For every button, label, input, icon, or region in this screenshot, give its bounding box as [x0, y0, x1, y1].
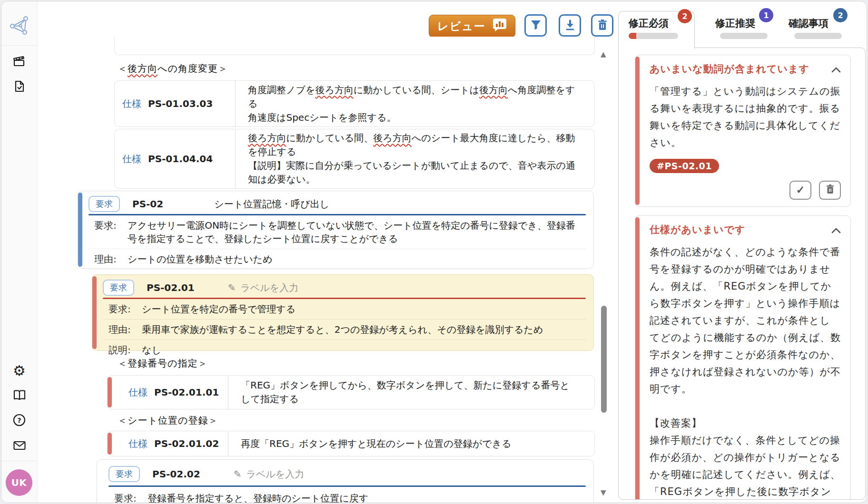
tab-recommended-pill [720, 33, 768, 39]
sidebar-item-projects[interactable] [1, 52, 37, 73]
delete-button[interactable] [591, 14, 613, 37]
finding-body: 「管理する」という動詞はシステムの振る舞いを表現するには抽象的です。振る舞いを特… [650, 83, 841, 151]
requirement-accent-bar [92, 276, 97, 349]
section-heading-seatpos: ＜シート位置の登録＞ [118, 414, 218, 427]
document-check-icon [14, 80, 25, 95]
filter-button[interactable] [524, 14, 547, 37]
collapse-chevron-icon[interactable] [831, 226, 841, 235]
requirement-ref-chip[interactable]: #PS-02.01 [650, 159, 719, 173]
spec-row-ps-02-01-02[interactable]: 仕様 PS-02.01.02 再度「REG」ボタンを押すと現在のシート位置の登録… [107, 431, 595, 456]
app-window: ⚙ ? [1, 1, 867, 503]
tab-recommended-label[interactable]: 修正推奨 [715, 17, 755, 30]
sidebar-item-documents[interactable] [1, 77, 37, 97]
sidebar-item-settings[interactable]: ⚙ [1, 360, 37, 381]
field-row-reason: 理由:シートの位置を移動させたいため [89, 249, 586, 269]
spec-text: 「REG」ボタンを押してから、数字ボタンを押して、新たに登録する番号と して指定… [228, 376, 594, 409]
requirement-block-ps-02-01[interactable]: 要求 PS-02.01 ✎ ラベルを入力 要求:シート位置を特定の番号で管理する… [92, 274, 594, 351]
trash-icon [826, 184, 835, 197]
review-button-label: レビュー [437, 19, 486, 34]
network-logo-icon [10, 15, 29, 37]
bar-chart-bubble-icon [493, 18, 507, 34]
spec-accent-bar [108, 377, 112, 407]
finding-card-ambiguous-verb: あいまいな動詞が含まれています 「管理する」という動詞はシステムの振る舞いを表現… [635, 55, 851, 207]
finding-title: 仕様があいまいです [650, 223, 745, 237]
requirement-accent-bar [78, 193, 82, 267]
requirement-block-ps-02-02[interactable]: 要求 PS-02.02 ✎ ラベルを入力 要求:登録番号を指定すると、登録時のシ… [97, 459, 594, 503]
label-input-placeholder[interactable]: ✎ ラベルを入力 [234, 468, 305, 481]
requirement-type-badge: 要求 [108, 466, 140, 482]
requirement-type-badge: 要求 [89, 196, 120, 212]
spec-id: PS-02.01.02 [154, 438, 219, 449]
finding-body: 条件の記述がなく、どのような条件で番号を登録するのかが明確ではありません。例えば… [650, 243, 841, 500]
spec-id: PS-02.01.01 [154, 387, 219, 398]
sidebar-divider [1, 461, 37, 461]
field-row-request: 要求:シート位置を特定の番号で管理する [103, 299, 586, 319]
tab-must-fix-count-badge: 2 [678, 9, 692, 23]
section-heading-angle: ＜後方向への角度変更＞ [118, 62, 228, 75]
spec-row-ps-01-03-03[interactable]: 仕様 PS-01.03.03 角度調整ノブを後ろ方向に動かしている間、シートは後… [114, 80, 595, 127]
main-scroll-up-icon[interactable]: ▲ [601, 51, 606, 58]
svg-text:?: ? [17, 416, 21, 424]
sidebar: ⚙ ? [1, 1, 38, 503]
spec-type-label: 仕様 [128, 386, 148, 399]
label-input-placeholder[interactable]: ✎ ラベルを入力 [228, 281, 299, 294]
section-heading-regnum: ＜登録番号の指定＞ [118, 357, 207, 370]
check-icon: ✓ [796, 184, 805, 196]
review-findings-panel: あいまいな動詞が含まれています 「管理する」という動詞はシステムの振る舞いを表現… [618, 48, 866, 500]
sidebar-item-contact[interactable] [1, 436, 37, 457]
book-icon [13, 389, 26, 403]
sidebar-item-docs-library[interactable] [1, 386, 37, 407]
finding-accent-bar [635, 217, 640, 500]
spec-id: PS-01.03.03 [148, 98, 213, 109]
screen: ⚙ ? [0, 0, 868, 504]
finding-card-ambiguous-spec: 仕様があいまいです 条件の記述がなく、どのような条件で番号を登録するのかが明確で… [635, 215, 851, 500]
field-row-request: 要求:登録番号を指定すると、登録時のシート位置に戻す [108, 487, 586, 503]
requirement-id: PS-02.01 [147, 282, 195, 293]
spec-type-label: 仕様 [128, 437, 148, 450]
tab-confirm-label[interactable]: 確認事項 [789, 17, 829, 30]
main-scroll-down-icon[interactable]: ▼ [601, 489, 606, 496]
download-icon [564, 19, 576, 32]
tab-confirm-count-badge: 2 [833, 8, 848, 22]
gear-icon: ⚙ [13, 364, 26, 378]
tab-confirm-pill [794, 33, 842, 39]
requirement-id: PS-02 [132, 198, 163, 210]
tab-recommended-count-badge: 1 [759, 8, 773, 22]
spec-text: 再度「REG」ボタンを押すと現在のシート位置の登録ができる [228, 431, 594, 456]
spec-text: 後ろ方向に動かしている間、後ろ方向へのシート最大角度に達したら、移動 を停止する… [236, 129, 594, 188]
dismiss-button[interactable] [819, 181, 841, 200]
sidebar-item-help[interactable]: ? [1, 410, 37, 431]
pill-red-cap [629, 33, 636, 39]
user-avatar[interactable]: UK [6, 469, 32, 496]
collapse-chevron-icon[interactable] [831, 66, 841, 75]
main-scrollbar-thumb[interactable] [601, 306, 607, 413]
spec-row-ps-02-01-01[interactable]: 仕様 PS-02.01.01 「REG」ボタンを押してから、数字ボタンを押して、… [107, 375, 595, 409]
filter-funnel-icon [530, 19, 542, 32]
app-logo [1, 7, 37, 46]
requirement-label[interactable]: シート位置記憶・呼び出し [214, 198, 329, 211]
spec-type-label: 仕様 [122, 153, 141, 165]
spec-type-label: 仕様 [122, 97, 141, 110]
download-button[interactable] [559, 14, 581, 37]
tab-must-fix-label[interactable]: 修正必須 [629, 17, 669, 30]
scrolled-card-fragment [114, 37, 595, 55]
finding-accent-bar [635, 57, 640, 205]
field-row-reason: 理由:乗用車で家族が運転することを想定すると、2つの登録が考えられ、その登録を識… [103, 319, 586, 339]
pencil-icon: ✎ [228, 282, 236, 293]
requirement-type-badge: 要求 [103, 280, 134, 296]
review-button[interactable]: レビュー [429, 15, 515, 38]
trash-icon [597, 19, 608, 32]
requirement-block-ps-02[interactable]: 要求 PS-02 シート位置記憶・呼び出し 要求: アクセサリー電源ON時にシー… [78, 191, 594, 269]
finding-title: あいまいな動詞が含まれています [650, 62, 809, 76]
mail-icon [13, 440, 26, 453]
resolve-button[interactable]: ✓ [789, 181, 811, 200]
clapperboard-icon [13, 55, 26, 69]
tab-must-fix-pill [629, 33, 678, 39]
spec-text: 角度調整ノブを後ろ方向に動かしている間、シートは後方向へ角度調整をす る 角速度… [236, 81, 594, 126]
spec-id: PS-01.04.04 [148, 153, 213, 165]
spec-row-ps-01-04-04[interactable]: 仕様 PS-01.04.04 後ろ方向に動かしている間、後ろ方向へのシート最大角… [114, 129, 595, 189]
help-icon: ? [13, 414, 26, 428]
field-row-request: 要求: アクセサリー電源ON時にシートを調整していない状態で、シート位置を特定の… [89, 215, 586, 249]
spec-accent-bar [108, 433, 112, 455]
pencil-icon: ✎ [234, 468, 242, 480]
